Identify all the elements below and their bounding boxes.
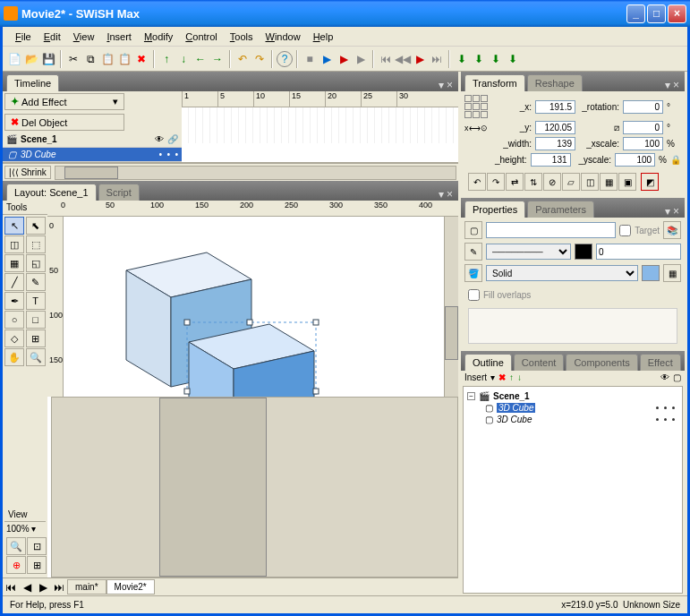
tree-cube-2[interactable]: ▢ 3D Cube (467, 414, 678, 425)
menu-insert[interactable]: Insert (101, 30, 137, 44)
help-icon[interactable]: ? (277, 51, 293, 67)
redo-icon[interactable]: ↷ (251, 51, 268, 67)
menu-window[interactable]: Window (260, 30, 306, 44)
y-input[interactable] (535, 121, 575, 134)
zoom-fit-icon[interactable]: 🔍 (6, 537, 26, 555)
play-scene-icon[interactable]: ▶ (336, 51, 352, 67)
canvas-hscroll[interactable] (51, 397, 458, 578)
next-frame-icon[interactable]: ▶ (412, 51, 428, 67)
play-icon[interactable]: ▶ (319, 51, 335, 67)
xscale-input[interactable] (623, 137, 663, 150)
cut-icon[interactable]: ✂ (65, 51, 81, 67)
arrow-down-icon[interactable]: ↓ (175, 51, 192, 67)
perspective-tool[interactable]: ◱ (26, 254, 46, 272)
subselect-tool[interactable]: ⬉ (26, 217, 46, 235)
rotate-90cw-icon[interactable]: ↷ (487, 173, 505, 191)
yscale-input[interactable] (615, 153, 655, 167)
menu-control[interactable]: Control (180, 30, 222, 44)
tab-effect[interactable]: Effect (640, 354, 681, 371)
eye-icon[interactable]: 👁 (155, 134, 164, 144)
stop-icon[interactable]: ■ (302, 51, 318, 67)
snap-icon[interactable]: ⊕ (6, 556, 26, 574)
close-button[interactable]: × (668, 4, 686, 23)
canvas-stage[interactable] (64, 217, 444, 397)
maximize-button[interactable]: □ (647, 4, 666, 23)
reset-rotation-icon[interactable]: ⊘ (543, 173, 561, 191)
menu-tools[interactable]: Tools (225, 30, 259, 44)
grid-icon[interactable]: ⊞ (27, 556, 47, 574)
height-input[interactable] (531, 153, 571, 167)
lock-icon[interactable]: 🔒 (670, 155, 681, 165)
end-icon[interactable]: ⏭ (429, 51, 445, 67)
reset-skew-icon[interactable]: ▱ (562, 173, 580, 191)
tab-main[interactable]: main* (67, 579, 106, 595)
tab-properties[interactable]: Properties (464, 201, 525, 218)
fill-overlaps-checkbox[interactable] (468, 289, 480, 301)
transform-tool[interactable]: ⬚ (26, 235, 46, 253)
autoshape-tool[interactable]: ◇ (4, 329, 24, 347)
pen-tool[interactable]: ✒ (4, 292, 24, 310)
tree-cube-1[interactable]: ▢ 3D Cube (467, 402, 678, 414)
library-icon[interactable]: 📚 (663, 221, 681, 239)
stroke-color[interactable] (575, 244, 592, 260)
paste2-icon[interactable]: 📋 (116, 51, 132, 67)
stroke-style-select[interactable]: ──────── (486, 244, 571, 260)
canvas-vscroll[interactable] (444, 217, 458, 397)
edit-fill-icon[interactable]: ▦ (663, 264, 681, 282)
shrink-button[interactable]: |⟨⟨ Shrink (4, 166, 51, 179)
export-exe-icon[interactable]: ⬇ (488, 51, 504, 67)
reshape-tool[interactable]: ◫ (4, 235, 24, 253)
tab-parameters[interactable]: Parameters (527, 201, 594, 218)
timeline-panel-menu[interactable]: ▾ × (433, 79, 458, 91)
arrow-up-icon[interactable]: ↑ (158, 51, 175, 67)
delete-node-icon[interactable]: ✖ (498, 372, 506, 382)
name-input[interactable] (486, 222, 616, 238)
open-icon[interactable]: 📂 (23, 51, 39, 67)
timeline-scrollbar[interactable] (55, 166, 456, 180)
outline-tree[interactable]: − 🎬 Scene_1 ▢ 3D Cube ▢ 3D Cube (463, 386, 683, 594)
rewind-icon[interactable]: ⏮ (378, 51, 394, 67)
tab-movie2[interactable]: Movie2* (106, 579, 155, 595)
outline-panel-menu[interactable]: ▾ (683, 358, 687, 371)
x-input[interactable] (535, 100, 575, 114)
first-tab-icon[interactable]: ⏮ (3, 579, 19, 595)
flip-v-icon[interactable]: ⇅ (524, 173, 542, 191)
tab-outline[interactable]: Outline (464, 354, 512, 371)
export-avi-icon[interactable]: ⬇ (505, 51, 521, 67)
rotate-90ccw-icon[interactable]: ↶ (468, 173, 486, 191)
eye-column-icon[interactable]: 👁 (660, 372, 669, 382)
insert-dropdown-icon[interactable]: ▾ (490, 372, 495, 382)
menu-file[interactable]: File (10, 30, 37, 44)
last-tab-icon[interactable]: ⏭ (51, 579, 67, 595)
tab-layout[interactable]: Layout: Scene_1 (6, 184, 97, 201)
zoom-tool[interactable]: 🔍 (26, 348, 46, 366)
menu-edit[interactable]: Edit (38, 30, 66, 44)
rect-tool[interactable]: □ (26, 311, 46, 329)
cube-front-selected[interactable] (180, 315, 323, 397)
delete-icon[interactable]: ✖ (133, 51, 149, 67)
tab-transform[interactable]: Transform (464, 74, 525, 91)
transform-panel-menu[interactable]: ▾ × (660, 79, 685, 91)
reset-all-icon[interactable]: ▦ (600, 173, 618, 191)
collapse-icon[interactable]: − (467, 392, 475, 400)
export-html-icon[interactable]: ⬇ (454, 51, 470, 67)
menu-view[interactable]: View (68, 30, 100, 44)
zoom-100-icon[interactable]: ⊡ (27, 537, 47, 555)
rotation-input[interactable] (623, 100, 663, 114)
xy-icon[interactable]: x⟷⊙ (464, 124, 488, 133)
layout-panel-menu[interactable]: ▾ × (433, 188, 458, 201)
menu-help[interactable]: Help (308, 30, 339, 44)
move-down-icon[interactable]: ↓ (517, 372, 522, 382)
save-icon[interactable]: 💾 (40, 51, 56, 67)
prev-tab-icon[interactable]: ◀ (19, 579, 35, 595)
ellipse-tool[interactable]: ○ (4, 311, 24, 329)
width-input[interactable] (535, 137, 575, 150)
arrow-right-icon[interactable]: → (209, 51, 226, 67)
shape-column-icon[interactable]: ▢ (673, 372, 681, 382)
tab-content[interactable]: Content (514, 354, 565, 371)
move-up-icon[interactable]: ↑ (509, 372, 514, 382)
export-swf-icon[interactable]: ⬇ (471, 51, 487, 67)
flip-h-icon[interactable]: ⇄ (506, 173, 524, 191)
skew-input[interactable] (623, 121, 663, 134)
copy-icon[interactable]: ⧉ (82, 51, 98, 67)
